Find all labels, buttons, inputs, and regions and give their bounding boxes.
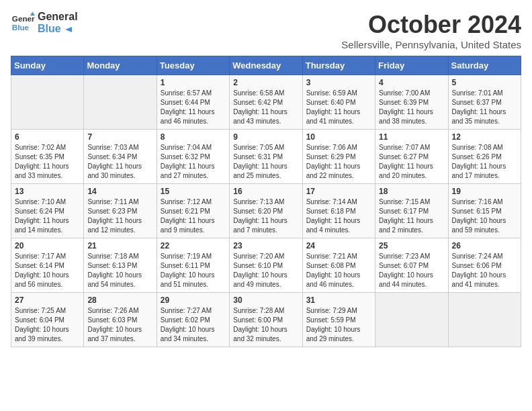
day-number: 7 bbox=[87, 132, 152, 142]
calendar-cell: 20Sunrise: 7:17 AM Sunset: 6:14 PM Dayli… bbox=[11, 238, 84, 293]
day-header-tuesday: Tuesday bbox=[157, 56, 229, 75]
calendar-cell: 7Sunrise: 7:03 AM Sunset: 6:34 PM Daylig… bbox=[84, 130, 157, 184]
day-info: Sunrise: 7:15 AM Sunset: 6:17 PM Dayligh… bbox=[379, 197, 444, 235]
day-number: 11 bbox=[379, 132, 444, 142]
day-info: Sunrise: 7:14 AM Sunset: 6:18 PM Dayligh… bbox=[306, 197, 371, 235]
day-number: 15 bbox=[161, 187, 226, 196]
day-info: Sunrise: 7:28 AM Sunset: 6:00 PM Dayligh… bbox=[233, 306, 298, 344]
calendar-cell: 24Sunrise: 7:21 AM Sunset: 6:08 PM Dayli… bbox=[302, 238, 375, 293]
day-info: Sunrise: 7:23 AM Sunset: 6:07 PM Dayligh… bbox=[379, 252, 444, 289]
day-number: 17 bbox=[306, 187, 371, 196]
calendar-cell: 3Sunrise: 6:59 AM Sunset: 6:40 PM Daylig… bbox=[302, 75, 375, 130]
day-number: 2 bbox=[233, 78, 298, 87]
day-info: Sunrise: 7:05 AM Sunset: 6:31 PM Dayligh… bbox=[233, 143, 298, 181]
day-header-wednesday: Wednesday bbox=[230, 56, 302, 75]
calendar-cell: 23Sunrise: 7:20 AM Sunset: 6:10 PM Dayli… bbox=[230, 238, 302, 293]
logo-arrow-icon bbox=[64, 25, 73, 34]
day-number: 22 bbox=[161, 241, 226, 250]
day-number: 13 bbox=[15, 187, 80, 196]
day-info: Sunrise: 7:24 AM Sunset: 6:06 PM Dayligh… bbox=[452, 252, 517, 289]
calendar-cell: 29Sunrise: 7:27 AM Sunset: 6:02 PM Dayli… bbox=[157, 293, 229, 347]
day-info: Sunrise: 6:59 AM Sunset: 6:40 PM Dayligh… bbox=[306, 89, 371, 126]
calendar-cell: 28Sunrise: 7:26 AM Sunset: 6:03 PM Dayli… bbox=[84, 293, 157, 347]
day-info: Sunrise: 7:00 AM Sunset: 6:39 PM Dayligh… bbox=[379, 89, 444, 126]
title-block: October 2024 Sellersville, Pennsylvania,… bbox=[341, 11, 521, 50]
calendar-cell: 30Sunrise: 7:28 AM Sunset: 6:00 PM Dayli… bbox=[230, 293, 302, 347]
calendar-cell bbox=[84, 75, 157, 130]
calendar-cell: 13Sunrise: 7:10 AM Sunset: 6:24 PM Dayli… bbox=[11, 184, 84, 238]
day-info: Sunrise: 7:11 AM Sunset: 6:23 PM Dayligh… bbox=[87, 197, 152, 235]
calendar-cell bbox=[375, 293, 448, 347]
calendar-body: 1Sunrise: 6:57 AM Sunset: 6:44 PM Daylig… bbox=[11, 75, 521, 347]
day-info: Sunrise: 7:04 AM Sunset: 6:32 PM Dayligh… bbox=[161, 143, 226, 181]
calendar-cell: 21Sunrise: 7:18 AM Sunset: 6:13 PM Dayli… bbox=[84, 238, 157, 293]
day-number: 3 bbox=[306, 78, 371, 87]
calendar-cell: 15Sunrise: 7:12 AM Sunset: 6:21 PM Dayli… bbox=[157, 184, 229, 238]
day-number: 19 bbox=[452, 187, 517, 196]
day-info: Sunrise: 7:26 AM Sunset: 6:03 PM Dayligh… bbox=[87, 306, 152, 344]
day-number: 10 bbox=[306, 132, 371, 142]
calendar-week-1: 1Sunrise: 6:57 AM Sunset: 6:44 PM Daylig… bbox=[11, 75, 521, 130]
calendar-cell: 5Sunrise: 7:01 AM Sunset: 6:37 PM Daylig… bbox=[448, 75, 521, 130]
day-info: Sunrise: 7:25 AM Sunset: 6:04 PM Dayligh… bbox=[15, 306, 80, 344]
svg-marker-3 bbox=[65, 27, 72, 32]
day-number: 25 bbox=[379, 241, 444, 250]
calendar-week-5: 27Sunrise: 7:25 AM Sunset: 6:04 PM Dayli… bbox=[11, 293, 521, 347]
calendar-cell: 16Sunrise: 7:13 AM Sunset: 6:20 PM Dayli… bbox=[230, 184, 302, 238]
day-number: 29 bbox=[161, 295, 226, 305]
day-info: Sunrise: 7:13 AM Sunset: 6:20 PM Dayligh… bbox=[233, 197, 298, 235]
calendar-cell: 18Sunrise: 7:15 AM Sunset: 6:17 PM Dayli… bbox=[375, 184, 448, 238]
day-number: 12 bbox=[452, 132, 517, 142]
calendar-cell: 26Sunrise: 7:24 AM Sunset: 6:06 PM Dayli… bbox=[448, 238, 521, 293]
calendar-cell: 31Sunrise: 7:29 AM Sunset: 5:59 PM Dayli… bbox=[302, 293, 375, 347]
logo-icon: General Blue bbox=[11, 11, 35, 35]
calendar-week-4: 20Sunrise: 7:17 AM Sunset: 6:14 PM Dayli… bbox=[11, 238, 521, 293]
day-info: Sunrise: 7:20 AM Sunset: 6:10 PM Dayligh… bbox=[233, 252, 298, 289]
day-info: Sunrise: 7:29 AM Sunset: 5:59 PM Dayligh… bbox=[306, 306, 371, 344]
calendar-cell: 12Sunrise: 7:08 AM Sunset: 6:26 PM Dayli… bbox=[448, 130, 521, 184]
calendar-cell: 9Sunrise: 7:05 AM Sunset: 6:31 PM Daylig… bbox=[230, 130, 302, 184]
day-info: Sunrise: 7:10 AM Sunset: 6:24 PM Dayligh… bbox=[15, 197, 80, 235]
svg-text:Blue: Blue bbox=[12, 23, 30, 32]
day-info: Sunrise: 7:08 AM Sunset: 6:26 PM Dayligh… bbox=[452, 143, 517, 181]
day-number: 4 bbox=[379, 78, 444, 87]
page-header: General Blue General Blue October 2024 S… bbox=[11, 11, 521, 50]
day-header-sunday: Sunday bbox=[11, 56, 84, 75]
calendar-cell: 27Sunrise: 7:25 AM Sunset: 6:04 PM Dayli… bbox=[11, 293, 84, 347]
day-number: 28 bbox=[87, 295, 152, 305]
calendar-cell: 8Sunrise: 7:04 AM Sunset: 6:32 PM Daylig… bbox=[157, 130, 229, 184]
day-number: 27 bbox=[15, 295, 80, 305]
day-number: 1 bbox=[161, 78, 226, 87]
calendar-cell: 19Sunrise: 7:16 AM Sunset: 6:15 PM Dayli… bbox=[448, 184, 521, 238]
logo-text: General Blue bbox=[38, 11, 78, 34]
calendar-cell: 22Sunrise: 7:19 AM Sunset: 6:11 PM Dayli… bbox=[157, 238, 229, 293]
calendar-cell: 4Sunrise: 7:00 AM Sunset: 6:39 PM Daylig… bbox=[375, 75, 448, 130]
day-info: Sunrise: 7:17 AM Sunset: 6:14 PM Dayligh… bbox=[15, 252, 80, 289]
location-subtitle: Sellersville, Pennsylvania, United State… bbox=[341, 39, 521, 50]
day-info: Sunrise: 7:02 AM Sunset: 6:35 PM Dayligh… bbox=[15, 143, 80, 181]
calendar-cell: 2Sunrise: 6:58 AM Sunset: 6:42 PM Daylig… bbox=[230, 75, 302, 130]
day-info: Sunrise: 7:19 AM Sunset: 6:11 PM Dayligh… bbox=[161, 252, 226, 289]
day-info: Sunrise: 7:21 AM Sunset: 6:08 PM Dayligh… bbox=[306, 252, 371, 289]
calendar-cell: 1Sunrise: 6:57 AM Sunset: 6:44 PM Daylig… bbox=[157, 75, 229, 130]
day-header-friday: Friday bbox=[375, 56, 448, 75]
day-number: 6 bbox=[15, 132, 80, 142]
day-number: 26 bbox=[452, 241, 517, 250]
day-number: 31 bbox=[306, 295, 371, 305]
calendar-cell: 25Sunrise: 7:23 AM Sunset: 6:07 PM Dayli… bbox=[375, 238, 448, 293]
calendar-week-3: 13Sunrise: 7:10 AM Sunset: 6:24 PM Dayli… bbox=[11, 184, 521, 238]
day-info: Sunrise: 7:07 AM Sunset: 6:27 PM Dayligh… bbox=[379, 143, 444, 181]
day-number: 24 bbox=[306, 241, 371, 250]
day-info: Sunrise: 6:58 AM Sunset: 6:42 PM Dayligh… bbox=[233, 89, 298, 126]
day-info: Sunrise: 6:57 AM Sunset: 6:44 PM Dayligh… bbox=[161, 89, 226, 126]
day-info: Sunrise: 7:06 AM Sunset: 6:29 PM Dayligh… bbox=[306, 143, 371, 181]
day-number: 5 bbox=[452, 78, 517, 87]
calendar-cell bbox=[11, 75, 84, 130]
calendar-cell: 17Sunrise: 7:14 AM Sunset: 6:18 PM Dayli… bbox=[302, 184, 375, 238]
day-number: 8 bbox=[161, 132, 226, 142]
day-header-monday: Monday bbox=[84, 56, 157, 75]
day-info: Sunrise: 7:27 AM Sunset: 6:02 PM Dayligh… bbox=[161, 306, 226, 344]
day-number: 18 bbox=[379, 187, 444, 196]
calendar-week-2: 6Sunrise: 7:02 AM Sunset: 6:35 PM Daylig… bbox=[11, 130, 521, 184]
day-number: 16 bbox=[233, 187, 298, 196]
